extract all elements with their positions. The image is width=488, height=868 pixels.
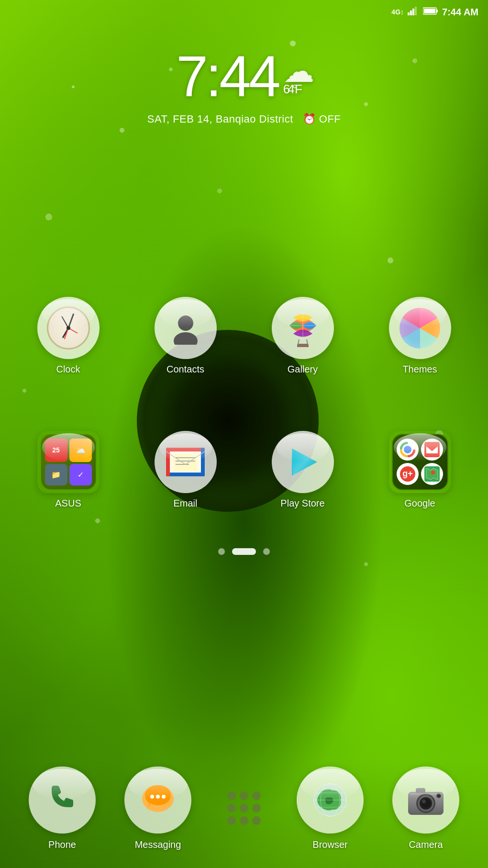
- gallery-label: Gallery: [288, 364, 318, 375]
- themes-label: Themes: [402, 364, 437, 375]
- dock-messaging[interactable]: Messaging: [124, 767, 191, 850]
- svg-rect-57: [410, 793, 442, 795]
- app-gallery[interactable]: Gallery: [249, 297, 356, 375]
- svg-point-54: [422, 800, 426, 803]
- messaging-bubble-icon: [140, 783, 176, 817]
- maps-sub: [421, 463, 443, 485]
- messaging-icon-circle: [124, 767, 191, 834]
- dock-phone[interactable]: Phone: [29, 767, 96, 850]
- svg-rect-17: [166, 473, 205, 476]
- camera-label: Camera: [409, 839, 443, 850]
- google-label: Google: [404, 498, 435, 509]
- status-time: 7:44 AM: [442, 7, 478, 18]
- signal-bars: [408, 7, 419, 17]
- app-themes[interactable]: Themes: [366, 297, 474, 375]
- svg-point-39: [156, 795, 160, 799]
- app-grid-row2: 25 ⛅ 📁 ✓ ASUS: [0, 431, 488, 509]
- google-folder-grid: g+: [392, 434, 448, 490]
- dot-4: [227, 804, 236, 812]
- contacts-icon-circle: [155, 297, 217, 359]
- svg-rect-6: [424, 9, 435, 13]
- asus-sub3: 📁: [45, 464, 67, 486]
- svg-rect-18: [166, 448, 170, 476]
- svg-rect-5: [436, 10, 438, 12]
- clock-icon-circle: [37, 297, 100, 359]
- clock-widget: 7:44 ☁ 64°F SAT, FEB 14, Banqiao Distric…: [0, 43, 488, 125]
- svg-rect-16: [166, 448, 205, 451]
- svg-rect-1: [410, 11, 412, 15]
- dot-5: [240, 804, 248, 812]
- status-bar: 4G↕ 7:44 AM: [0, 0, 488, 24]
- page-dot-3[interactable]: [263, 548, 270, 555]
- weather-cloud-icon: ☁: [283, 56, 312, 87]
- email-label: Email: [173, 498, 197, 509]
- svg-rect-14: [297, 344, 309, 347]
- svg-rect-49: [416, 788, 425, 794]
- dot-9: [252, 816, 261, 825]
- dot-3: [252, 791, 261, 800]
- asus-sub2: ⛅: [69, 439, 92, 462]
- app-clock[interactable]: Clock: [14, 297, 122, 375]
- svg-point-29: [401, 443, 414, 456]
- gallery-balloon-icon: [281, 306, 324, 349]
- app-email[interactable]: Email: [132, 431, 239, 509]
- page-dot-2-active[interactable]: [232, 548, 256, 555]
- email-envelope-icon: [165, 445, 206, 479]
- browser-globe-icon: [311, 781, 349, 819]
- clock-face-icon: [47, 306, 90, 349]
- svg-point-36: [431, 471, 435, 474]
- google-chrome-sub: [397, 439, 419, 461]
- email-icon-circle: [155, 431, 217, 493]
- svg-point-7: [178, 316, 193, 331]
- asus-folder-grid: 25 ⛅ 📁 ✓: [40, 434, 97, 490]
- dock-camera[interactable]: Camera: [392, 767, 459, 850]
- dock-browser[interactable]: Browser: [297, 767, 364, 850]
- network-indicator: 4G↕: [391, 8, 404, 16]
- svg-rect-19: [201, 448, 205, 476]
- svg-rect-3: [415, 7, 417, 15]
- phone-handset-icon: [47, 781, 78, 819]
- alarm-status: ⏰ OFF: [303, 113, 341, 125]
- svg-point-55: [436, 793, 441, 798]
- contacts-person-icon: [165, 308, 206, 349]
- svg-rect-0: [408, 12, 410, 15]
- svg-rect-31: [424, 442, 440, 457]
- dot-2: [240, 791, 248, 800]
- app-playstore[interactable]: Play Store: [249, 431, 356, 509]
- widget-time: 7:44 ☁ 64°F: [176, 43, 312, 109]
- phone-icon-circle: [29, 767, 96, 834]
- svg-text:g+: g+: [402, 469, 413, 478]
- svg-point-28: [401, 443, 414, 456]
- svg-point-30: [405, 447, 410, 452]
- app-asus[interactable]: 25 ⛅ 📁 ✓ ASUS: [14, 431, 122, 509]
- asus-sub4: ✓: [69, 464, 92, 486]
- svg-point-26: [404, 446, 411, 453]
- svg-marker-24: [292, 449, 317, 475]
- contacts-label: Contacts: [166, 364, 204, 375]
- svg-point-27: [401, 443, 414, 456]
- gmail-sub: [421, 439, 443, 461]
- page-dot-1[interactable]: [218, 548, 225, 555]
- page-indicator: [0, 548, 488, 555]
- dock: Phone Messaging: [0, 758, 488, 868]
- browser-label: Browser: [312, 839, 347, 850]
- themes-orb-icon: [399, 308, 440, 349]
- browser-icon-circle: [297, 767, 364, 834]
- clock-label: Clock: [56, 364, 80, 375]
- svg-point-56: [437, 794, 440, 797]
- camera-body-icon: [406, 783, 445, 817]
- svg-point-38: [150, 795, 154, 799]
- apps-grid-dots: [227, 791, 261, 825]
- asus-sub1: 25: [45, 439, 67, 462]
- dock-apps-button[interactable]: [220, 784, 268, 832]
- app-contacts[interactable]: Contacts: [132, 297, 239, 375]
- themes-icon-circle: [389, 297, 451, 359]
- apps-dots-container: [220, 784, 268, 832]
- phone-label: Phone: [48, 839, 76, 850]
- battery-icon: [423, 7, 438, 17]
- svg-line-12: [298, 339, 299, 344]
- app-google[interactable]: g+ Google: [366, 431, 474, 509]
- camera-icon-circle: [392, 767, 459, 834]
- dot-6: [252, 804, 261, 812]
- messaging-label: Messaging: [135, 839, 181, 850]
